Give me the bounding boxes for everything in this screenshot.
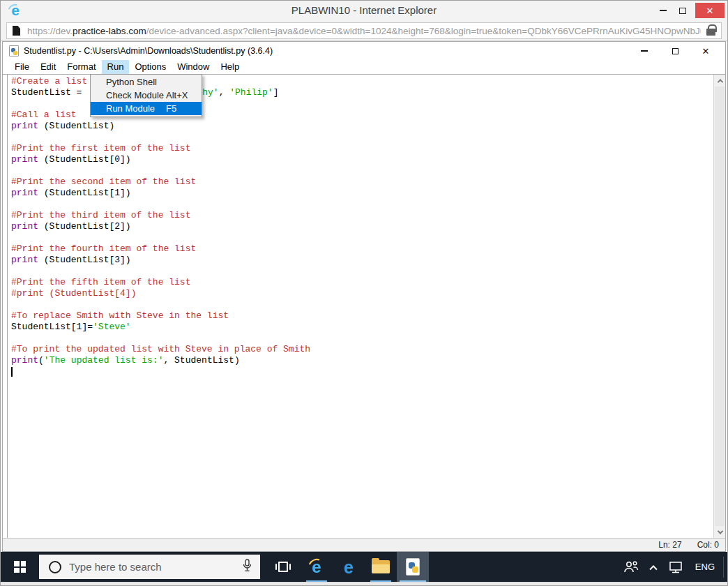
ie-maximize-button[interactable] (673, 3, 692, 18)
menu-file[interactable]: File (9, 60, 35, 74)
network-button[interactable] (668, 561, 683, 573)
idle-maximize-button[interactable] (660, 42, 690, 60)
menu-edit[interactable]: Edit (35, 60, 61, 74)
ie-minimize-button[interactable] (653, 3, 673, 18)
idle-window-title: Studentlist.py - C:\Users\Admin\Download… (24, 42, 273, 60)
code-line (11, 165, 310, 176)
page-icon (13, 26, 20, 36)
ie-window-title: PLABWIN10 - Internet Explorer (1, 1, 727, 20)
menu-item-run-module[interactable]: Run ModuleF5 (91, 102, 202, 115)
menu-item-check-module[interactable]: Check ModuleAlt+X (91, 89, 202, 102)
maximize-icon (672, 48, 678, 54)
edge-icon: e (340, 558, 358, 576)
ie-window: e PLABWIN10 - Internet Explorer ✕ https:… (0, 0, 728, 586)
people-button[interactable] (623, 561, 639, 573)
cortana-ring-icon (49, 561, 61, 573)
chevron-up-icon (649, 565, 657, 573)
code-line (11, 299, 310, 310)
code-line: print (StudentList[1]) (11, 188, 310, 199)
code-line (11, 333, 310, 344)
chevron-up-icon (717, 79, 722, 84)
idle-statusbar: Ln: 27 Col: 0 (3, 538, 725, 551)
address-bar[interactable]: https://dev.practice-labs.com/device-adv… (6, 22, 722, 39)
taskbar-edge[interactable]: e (333, 552, 365, 582)
code-line: StudentList[1]='Steve' (11, 322, 310, 333)
scroll-up-button[interactable] (714, 75, 725, 87)
editor-pane[interactable]: #Create a listStudentList = hy', 'Philip… (3, 75, 725, 538)
status-column-number: Col: 0 (697, 540, 719, 550)
code-line: print('The updated list is:', StudentLis… (11, 355, 310, 366)
minimize-icon (660, 10, 667, 11)
text-caret (11, 367, 13, 377)
menu-help[interactable]: Help (215, 60, 245, 74)
url-domain: practice-labs.com (73, 26, 146, 36)
code-line (11, 132, 310, 143)
code-line: print (StudentList[0]) (11, 154, 310, 165)
ie-close-button[interactable]: ✕ (695, 3, 725, 18)
run-dropdown-menu: Python ShellCheck ModuleAlt+XRun ModuleF… (90, 74, 202, 117)
status-line-number: Ln: 27 (658, 540, 681, 550)
idle-titlebar: Studentlist.py - C:\Users\Admin\Download… (3, 42, 725, 60)
search-placeholder-text: Type here to search (69, 561, 243, 573)
code-line: print (StudentList) (11, 121, 310, 132)
code-line: #To replace Smith with Steve in the list (11, 310, 310, 322)
scrollbar-thumb[interactable] (715, 87, 725, 526)
vertical-scrollbar[interactable] (713, 75, 725, 538)
taskbar-search-box[interactable]: Type here to search (39, 555, 260, 579)
show-desktop-divider[interactable] (723, 557, 724, 578)
code-line: #Print the second item of the list (11, 176, 310, 188)
menu-window[interactable]: Window (172, 60, 215, 74)
system-tray: ENG (623, 552, 727, 582)
code-area[interactable]: #Create a listStudentList = hy', 'Philip… (11, 76, 310, 377)
code-line: #Print the fifth item of the list (11, 277, 310, 288)
show-hidden-icons-button[interactable] (651, 564, 656, 570)
taskbar-internet-explorer[interactable]: e (301, 552, 333, 582)
microphone-icon[interactable] (243, 559, 252, 575)
code-line: #Print the third item of the list (11, 210, 310, 221)
taskbar-file-explorer[interactable] (365, 552, 397, 582)
internet-explorer-icon: e (308, 558, 326, 576)
code-line: print (StudentList[2]) (11, 221, 310, 232)
task-view-button[interactable] (271, 552, 295, 582)
ie-urlbar: https://dev.practice-labs.com/device-adv… (1, 20, 727, 41)
scroll-down-button[interactable] (714, 526, 725, 538)
python-idle-icon (406, 558, 420, 576)
code-line (11, 232, 310, 243)
taskbar-python-idle[interactable] (397, 552, 429, 582)
taskbar: Type here to search e e (1, 552, 727, 582)
remote-desktop: Studentlist.py - C:\Users\Admin\Download… (1, 41, 727, 586)
python-file-icon (9, 45, 19, 57)
language-indicator[interactable]: ENG (695, 562, 715, 572)
minimize-icon (641, 50, 648, 52)
task-view-icon (275, 561, 291, 573)
windows-logo-icon (14, 561, 26, 573)
code-line: print (StudentList[3]) (11, 255, 310, 266)
code-line (11, 266, 310, 277)
menu-run[interactable]: Run (102, 60, 130, 74)
code-line (11, 199, 310, 210)
code-line: #Print the first item of the list (11, 143, 310, 154)
desktop-bottom-edge (1, 582, 727, 586)
chevron-down-icon (717, 528, 722, 534)
idle-minimize-button[interactable] (629, 42, 660, 60)
idle-menubar: FileEditFormatRunOptionsWindowHelp (3, 60, 725, 75)
ie-titlebar: e PLABWIN10 - Internet Explorer ✕ (1, 1, 727, 20)
menu-options[interactable]: Options (129, 60, 172, 74)
idle-close-button[interactable]: ✕ (690, 42, 721, 60)
file-explorer-icon (372, 560, 390, 573)
code-line: #Print the fourth item of the list (11, 243, 310, 255)
idle-editor-window: Studentlist.py - C:\Users\Admin\Download… (2, 41, 726, 552)
maximize-icon (679, 8, 686, 14)
url-text[interactable]: https://dev.practice-labs.com/device-adv… (27, 26, 701, 36)
editor-border (7, 75, 8, 538)
code-line (11, 366, 310, 377)
lock-icon (706, 29, 715, 36)
code-line: #To print the updated list with Steve in… (11, 344, 310, 355)
menu-item-python-shell[interactable]: Python Shell (91, 75, 202, 89)
menu-format[interactable]: Format (61, 60, 101, 74)
code-line: #print (StudentList[4]) (11, 288, 310, 299)
start-button[interactable] (1, 552, 39, 582)
